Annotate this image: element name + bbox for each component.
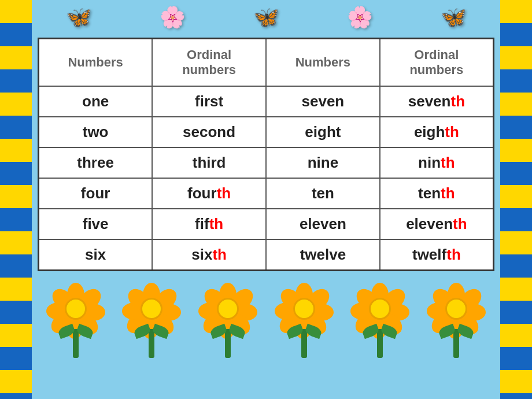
cell-number: seven — [266, 86, 380, 117]
flower-leaves — [360, 329, 400, 358]
cell-number: two — [39, 117, 153, 147]
cell-ordinal: tenth — [380, 178, 494, 209]
flower-leaves — [208, 329, 248, 358]
flower-1 — [50, 283, 102, 358]
table-row: three third nine ninth — [39, 147, 494, 178]
cell-number: eight — [266, 117, 380, 147]
flower-center — [217, 298, 239, 320]
flower-2 — [125, 283, 178, 358]
flower-5 — [354, 283, 406, 358]
cell-number: three — [39, 147, 153, 178]
header-ordinal-2: Ordinalnumbers — [380, 39, 494, 87]
flower-head — [125, 283, 178, 335]
cell-ordinal: fourth — [152, 178, 266, 209]
red-suffix: th — [445, 123, 459, 141]
flower-leaves — [436, 329, 476, 358]
deco-butterfly-2: 🦋 — [253, 5, 279, 29]
flower-center — [445, 298, 467, 320]
page-background: 🦋 🌸 🦋 🌸 🦋 Numbers Ordinalnumbers Numbers… — [0, 0, 532, 399]
header-ordinal-1: Ordinalnumbers — [152, 39, 266, 87]
flower-stem — [301, 329, 307, 358]
flower-head — [354, 283, 406, 335]
cell-ordinal: first — [152, 86, 266, 117]
flower-3 — [202, 283, 254, 358]
flower-stem — [453, 329, 459, 358]
red-suffix: th — [441, 154, 455, 171]
flower-leaves — [56, 329, 96, 358]
flower-center — [369, 298, 391, 320]
cell-ordinal: second — [152, 117, 266, 147]
red-suffix: th — [453, 215, 467, 232]
cell-number: nine — [266, 147, 380, 178]
cell-number: one — [39, 86, 153, 117]
flower-leaves — [131, 329, 172, 358]
deco-flower-2: 🌸 — [347, 5, 373, 29]
flower-6 — [430, 283, 482, 358]
cell-number: five — [39, 209, 153, 239]
numbers-table: Numbers Ordinalnumbers Numbers Ordinalnu… — [38, 38, 494, 271]
flower-head — [278, 283, 330, 335]
border-left — [0, 0, 32, 399]
cell-number: ten — [266, 178, 380, 209]
header-numbers-1: Numbers — [39, 39, 153, 87]
flower-leaves — [284, 329, 324, 358]
red-suffix: th — [446, 246, 461, 263]
red-suffix: th — [441, 184, 455, 202]
table-row: five fifth eleven eleventh — [39, 209, 494, 239]
cell-ordinal: sixth — [152, 239, 266, 271]
flower-head — [202, 283, 254, 335]
red-suffix: th — [212, 246, 227, 263]
cell-number: eleven — [266, 209, 380, 239]
red-suffix: th — [450, 93, 465, 110]
border-right — [500, 0, 532, 399]
cell-ordinal: fifth — [152, 209, 266, 239]
table-row: four fourth ten tenth — [39, 178, 494, 209]
cell-ordinal: twelfth — [380, 239, 494, 271]
flower-head — [50, 283, 102, 335]
flower-stem — [149, 329, 154, 358]
red-suffix: th — [217, 184, 231, 202]
deco-butterfly-3: 🦋 — [441, 5, 467, 29]
top-decorations: 🦋 🌸 🦋 🌸 🦋 — [32, 3, 500, 32]
table-row: six sixth twelve twelfth — [39, 239, 494, 271]
flower-stem — [73, 329, 79, 358]
flower-center — [65, 298, 87, 320]
table-row: two second eight eighth — [39, 117, 494, 147]
cell-ordinal: eleventh — [380, 209, 494, 239]
deco-butterfly-1: 🦋 — [66, 5, 92, 29]
flower-center — [141, 298, 162, 320]
flower-stem — [225, 329, 231, 358]
flowers-row — [38, 283, 494, 361]
cell-number: twelve — [266, 239, 380, 271]
table-header-row: Numbers Ordinalnumbers Numbers Ordinalnu… — [39, 39, 494, 87]
cell-ordinal: seventh — [380, 86, 494, 117]
red-suffix: th — [209, 215, 224, 232]
flower-4 — [278, 283, 330, 358]
deco-flower-1: 🌸 — [160, 5, 186, 29]
flower-head — [430, 283, 482, 335]
table-row: one first seven seventh — [39, 86, 494, 117]
cell-number: six — [39, 239, 153, 271]
header-numbers-2: Numbers — [266, 39, 380, 87]
cell-ordinal: eighth — [380, 117, 494, 147]
content-area: Numbers Ordinalnumbers Numbers Ordinalnu… — [32, 32, 500, 399]
flower-stem — [377, 329, 383, 358]
cell-number: four — [39, 178, 153, 209]
cell-ordinal: third — [152, 147, 266, 178]
cell-ordinal: ninth — [380, 147, 494, 178]
flower-center — [293, 298, 315, 320]
